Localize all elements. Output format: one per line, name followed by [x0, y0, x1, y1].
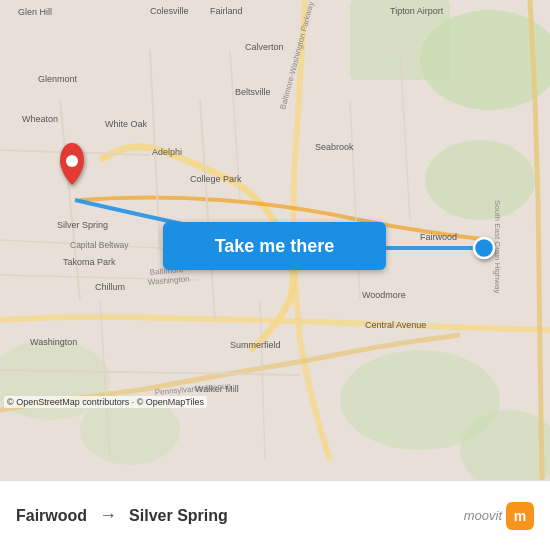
arrow-right-icon: → [99, 505, 117, 526]
svg-text:Silver Spring: Silver Spring [57, 220, 108, 230]
svg-text:Chillum: Chillum [95, 282, 125, 292]
svg-text:Colesville: Colesville [150, 6, 189, 16]
svg-text:Central Avenue: Central Avenue [365, 320, 426, 330]
moovit-brand: moovit m [464, 502, 534, 530]
moovit-icon: m [506, 502, 534, 530]
svg-text:Fairland: Fairland [210, 6, 243, 16]
svg-text:Glen Hill: Glen Hill [18, 7, 52, 17]
bottom-bar: Fairwood → Silver Spring moovit m [0, 480, 550, 550]
svg-text:White Oak: White Oak [105, 119, 148, 129]
svg-text:Washington: Washington [30, 337, 77, 347]
map-container: Glen Hill Colesville Fairland Calverton … [0, 0, 550, 480]
svg-point-48 [474, 238, 494, 258]
svg-text:Takoma Park: Takoma Park [63, 257, 116, 267]
svg-text:Seabrook: Seabrook [315, 142, 354, 152]
svg-text:Glenmont: Glenmont [38, 74, 78, 84]
svg-text:Woodmore: Woodmore [362, 290, 406, 300]
from-label: Fairwood [16, 507, 87, 525]
svg-text:Summerfield: Summerfield [230, 340, 281, 350]
moovit-text: moovit [464, 508, 502, 523]
svg-text:Fairwood: Fairwood [420, 232, 457, 242]
svg-text:Capital Beltway: Capital Beltway [70, 240, 129, 250]
svg-text:Wheaton: Wheaton [22, 114, 58, 124]
svg-text:Adelphi: Adelphi [152, 147, 182, 157]
map-attribution: © OpenStreetMap contributors · © OpenMap… [4, 396, 207, 408]
svg-text:Beltsville: Beltsville [235, 87, 271, 97]
svg-point-47 [66, 155, 78, 167]
svg-text:Calverton: Calverton [245, 42, 284, 52]
svg-text:College Park: College Park [190, 174, 242, 184]
take-me-there-button[interactable]: Take me there [163, 222, 386, 270]
svg-text:Tipton Airport: Tipton Airport [390, 6, 444, 16]
to-label: Silver Spring [129, 507, 228, 525]
svg-point-2 [425, 140, 535, 220]
